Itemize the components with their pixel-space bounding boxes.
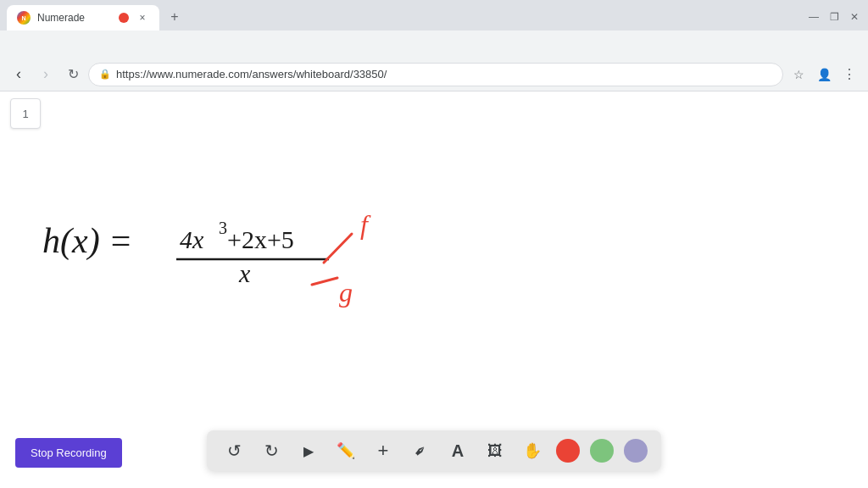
eraser-tool-button[interactable]: ✒: [401, 431, 439, 469]
minimize-button[interactable]: —: [807, 10, 821, 24]
address-bar[interactable]: 🔒 https://www.numerade.com/answers/white…: [88, 63, 783, 86]
math-content: h(x) = 4x 3 +2x+5 x f g: [34, 193, 390, 332]
tab-title: Numerade: [37, 12, 112, 24]
profile-button[interactable]: 👤: [812, 63, 836, 86]
svg-text:g: g: [339, 277, 353, 308]
color-purple-button[interactable]: [624, 439, 648, 463]
new-tab-button[interactable]: +: [163, 5, 186, 29]
svg-text:x: x: [238, 259, 251, 287]
text-tool-button[interactable]: A: [444, 437, 471, 464]
tab-favicon: N: [17, 11, 31, 25]
whiteboard-area[interactable]: 1 h(x) = 4x 3 +2x+5 x f: [0, 92, 868, 488]
bookmark-button[interactable]: ☆: [787, 63, 810, 86]
browser-frame: N Numerade × + — ❐ ✕ ‹ › ↻ 🔒 https://www…: [0, 0, 868, 488]
restore-button[interactable]: ❐: [827, 10, 841, 24]
undo-button[interactable]: ↺: [220, 437, 248, 464]
hand-tool-button[interactable]: ✋: [519, 437, 546, 464]
bottom-toolbar: ↺ ↻ ▶ ✏️ + ✒ A 🖼 ✋: [207, 430, 661, 471]
menu-button[interactable]: ⋮: [837, 63, 861, 86]
lock-icon: 🔒: [99, 69, 111, 80]
svg-text:+2x+5: +2x+5: [227, 225, 294, 253]
address-text: https://www.numerade.com/answers/whitebo…: [116, 68, 387, 80]
svg-text:3: 3: [219, 219, 227, 237]
redo-button[interactable]: ↻: [258, 437, 285, 464]
svg-line-8: [312, 278, 337, 285]
color-red-button[interactable]: [556, 439, 580, 463]
browser-tab[interactable]: N Numerade ×: [7, 5, 159, 30]
add-button[interactable]: +: [370, 437, 397, 464]
back-button[interactable]: ‹: [7, 63, 31, 86]
recording-dot: [119, 13, 129, 23]
nav-bar: ‹ › ↻ 🔒 https://www.numerade.com/answers…: [0, 58, 868, 92]
stop-recording-button[interactable]: Stop Recording: [15, 438, 122, 468]
svg-line-6: [324, 234, 352, 263]
forward-button[interactable]: ›: [34, 63, 58, 86]
image-tool-button[interactable]: 🖼: [481, 437, 509, 464]
close-button[interactable]: ✕: [848, 10, 861, 24]
math-svg: h(x) = 4x 3 +2x+5 x f g: [34, 193, 390, 329]
select-tool-button[interactable]: ▶: [295, 437, 322, 464]
svg-text:h(x) =: h(x) =: [42, 221, 132, 261]
pen-tool-button[interactable]: ✏️: [332, 437, 359, 464]
tab-close-button[interactable]: ×: [136, 11, 149, 25]
reload-button[interactable]: ↻: [61, 63, 85, 86]
color-green-button[interactable]: [590, 439, 614, 463]
svg-text:f: f: [360, 209, 371, 240]
page-number: 1: [10, 98, 41, 129]
nav-actions: ☆ 👤 ⋮: [787, 63, 861, 86]
title-bar: N Numerade × + — ❐ ✕: [0, 0, 868, 27]
svg-text:4x: 4x: [180, 225, 204, 253]
